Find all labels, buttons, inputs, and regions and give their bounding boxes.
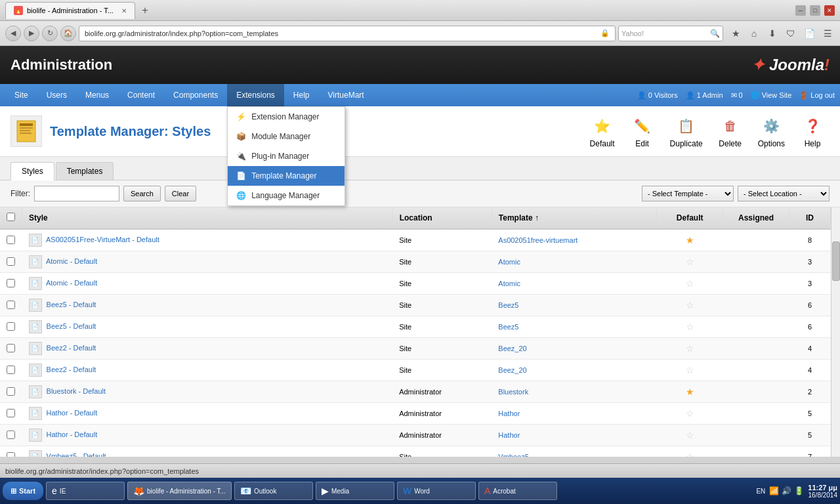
row-template[interactable]: Bluestork (492, 381, 656, 403)
row-template[interactable]: Beez5 (492, 316, 656, 338)
row-style[interactable]: 📄 Vmbeez5 - Default (22, 446, 393, 457)
home-button[interactable]: 🏠 (60, 26, 76, 41)
nav-item-extensions[interactable]: Extensions ⚡ Extension Manager 📦 Module … (227, 84, 284, 106)
nav-item-site[interactable]: Site (5, 84, 37, 106)
row-default[interactable]: ☆ (657, 360, 723, 381)
row-template[interactable]: Hathor (492, 425, 656, 446)
row-default[interactable]: ☆ (657, 251, 723, 273)
style-link[interactable]: AS002051Free-VirtueMart - Default (46, 236, 159, 243)
row-template[interactable]: Beez_20 (492, 338, 656, 360)
close-button[interactable]: ✕ (824, 5, 835, 16)
style-link[interactable]: Hathor - Default (47, 430, 98, 438)
forward-button[interactable]: ▶ (24, 26, 39, 41)
nav-item-help[interactable]: Help (284, 84, 319, 106)
template-link[interactable]: As002051free-virtuemart (498, 236, 578, 244)
scrollbar[interactable] (831, 207, 840, 457)
template-link[interactable]: Beez5 (498, 301, 518, 309)
browser-tab[interactable]: 🔥 biolife - Administration - T... ✕ (5, 2, 135, 19)
row-style[interactable]: 📄 Hathor - Default (22, 425, 393, 446)
template-link[interactable]: Vmbeez5 (498, 453, 528, 457)
style-link[interactable]: Atomic - Default (46, 257, 97, 265)
row-default[interactable]: ★ (657, 229, 723, 251)
tab-templates[interactable]: Templates (56, 162, 114, 180)
back-button[interactable]: ◀ (5, 26, 21, 41)
reload-button[interactable]: ↻ (42, 26, 58, 41)
tab-styles[interactable]: Styles (10, 162, 54, 180)
row-default[interactable]: ☆ (657, 403, 723, 425)
dropdown-item-module-manager[interactable]: 📦 Module Manager (228, 127, 345, 146)
row-style[interactable]: 📄 Hathor - Default (22, 403, 393, 425)
row-template[interactable]: Beez_20 (492, 360, 656, 381)
row-template[interactable]: Beez5 (492, 295, 656, 316)
row-default[interactable]: ☆ (657, 446, 723, 457)
row-checkbox[interactable] (7, 430, 15, 439)
style-link[interactable]: Beez2 - Default (47, 344, 96, 352)
row-checkbox[interactable] (7, 344, 15, 352)
default-star-empty[interactable]: ☆ (686, 343, 694, 354)
style-link[interactable]: Vmbeez5 - Default (47, 452, 106, 457)
row-style[interactable]: 📄 Atomic - Default (22, 251, 393, 273)
default-button[interactable]: ⭐ Default (585, 112, 620, 151)
row-checkbox[interactable] (7, 322, 15, 331)
nav-item-content[interactable]: Content (118, 84, 164, 106)
row-style[interactable]: 📄 Beez2 - Default (22, 338, 393, 360)
select-all-checkbox[interactable] (7, 213, 15, 221)
template-link[interactable]: Bluestork (498, 388, 528, 396)
tab-close-btn[interactable]: ✕ (121, 7, 127, 14)
default-star-empty[interactable]: ☆ (686, 430, 694, 440)
row-checkbox[interactable] (7, 301, 15, 309)
download-icon[interactable]: ⬇ (765, 26, 780, 41)
logout-link[interactable]: 🚪Log out (799, 91, 835, 100)
nav-item-components[interactable]: Components (164, 84, 227, 106)
style-link[interactable]: Beez5 - Default (47, 322, 96, 330)
nav-item-users[interactable]: Users (37, 84, 76, 106)
nav-item-virtuemart[interactable]: VirtueMart (319, 84, 373, 106)
default-star-empty[interactable]: ☆ (686, 322, 694, 332)
help-button[interactable]: ❓ Help (795, 112, 830, 151)
row-default[interactable]: ★ (657, 381, 723, 403)
default-star[interactable]: ★ (686, 387, 694, 397)
row-checkbox[interactable] (7, 279, 15, 287)
default-star-empty[interactable]: ☆ (686, 300, 694, 310)
col-header-template[interactable]: Template ↑ (492, 207, 656, 229)
row-style[interactable]: 📄 Beez5 - Default (22, 295, 393, 316)
row-style[interactable]: 📄 AS002051Free-VirtueMart - Default (22, 229, 393, 251)
dropdown-item-language-manager[interactable]: 🌐 Language Manager (228, 186, 345, 205)
new-tab-button[interactable]: + (138, 3, 152, 18)
col-header-location[interactable]: Location (392, 207, 492, 229)
row-style[interactable]: 📄 Beez5 - Default (22, 316, 393, 338)
dropdown-item-plugin-manager[interactable]: 🔌 Plug-in Manager (228, 146, 345, 166)
options-button[interactable]: ⚙️ Options (753, 112, 790, 151)
col-header-assigned[interactable]: Assigned (723, 207, 789, 229)
address-bar[interactable]: biolife.org.gr/administrator/index.php?o… (79, 26, 616, 41)
duplicate-button[interactable]: 📋 Duplicate (665, 112, 708, 151)
row-checkbox[interactable] (7, 409, 15, 417)
minimize-button[interactable]: ─ (795, 5, 806, 16)
template-link[interactable]: Atomic (498, 258, 520, 266)
row-style[interactable]: 📄 Atomic - Default (22, 273, 393, 295)
select-template-dropdown[interactable]: - Select Template - (642, 186, 734, 201)
style-link[interactable]: Beez2 - Default (47, 366, 96, 373)
edit-button[interactable]: ✏️ Edit (625, 112, 660, 151)
row-checkbox[interactable] (7, 366, 15, 374)
row-style[interactable]: 📄 Beez2 - Default (22, 360, 393, 381)
reader-icon[interactable]: 📄 (802, 26, 816, 41)
row-checkbox[interactable] (7, 236, 15, 244)
col-header-default[interactable]: Default (657, 207, 723, 229)
default-star-empty[interactable]: ☆ (686, 452, 694, 457)
default-star-empty[interactable]: ☆ (686, 408, 694, 419)
nav-item-menus[interactable]: Menus (76, 84, 118, 106)
row-default[interactable]: ☆ (657, 295, 723, 316)
template-link[interactable]: Beez_20 (498, 366, 526, 374)
template-link[interactable]: Hathor (498, 410, 520, 417)
adblock-icon[interactable]: 🛡 (784, 26, 798, 41)
row-template[interactable]: Vmbeez5 (492, 446, 656, 457)
messages-info[interactable]: ✉0 (731, 91, 743, 100)
row-checkbox[interactable] (7, 257, 15, 266)
browser-search-box[interactable]: Yahoo! 🔍 (618, 26, 723, 41)
default-star-empty[interactable]: ☆ (686, 278, 694, 289)
home-icon[interactable]: ⌂ (747, 26, 761, 41)
menu-icon[interactable]: ☰ (820, 26, 835, 41)
row-template[interactable]: Hathor (492, 403, 656, 425)
style-link[interactable]: Hathor - Default (47, 409, 98, 417)
